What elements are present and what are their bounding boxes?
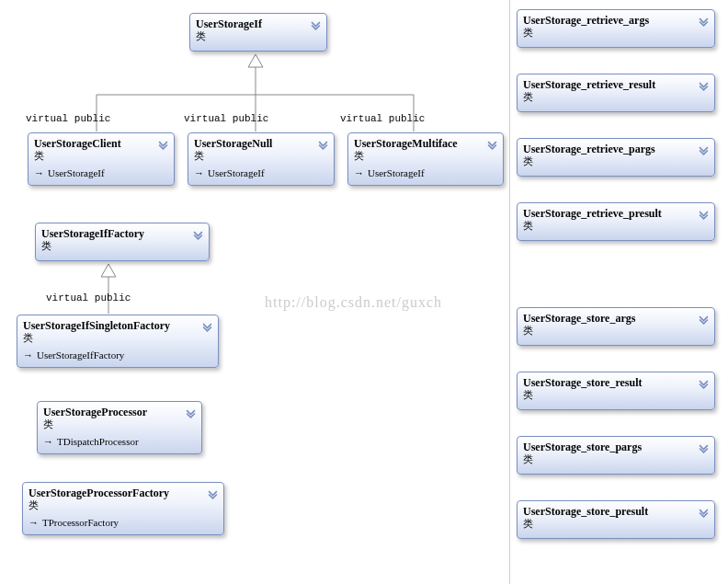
class-store-args[interactable]: UserStorage_store_args 类 (517, 307, 715, 346)
class-title: UserStorageClient (34, 137, 168, 150)
inheritance-label: virtual public (26, 113, 110, 124)
class-stereotype: 类 (523, 518, 709, 530)
class-title: UserStorageNull (194, 137, 328, 150)
vertical-divider (509, 0, 510, 584)
inherit-arrow-icon: → (43, 437, 53, 447)
class-stereotype: 类 (196, 30, 321, 42)
class-userstorageprocessorfactory[interactable]: UserStorageProcessorFactory 类 →TProcesso… (22, 482, 224, 535)
class-stereotype: 类 (194, 150, 328, 162)
class-userstorageprocessor[interactable]: UserStorageProcessor 类 →TDispatchProcess… (37, 401, 202, 454)
class-title: UserStorageIfFactory (41, 227, 203, 240)
class-store-presult[interactable]: UserStorage_store_presult 类 (517, 500, 715, 539)
inherit-arrow-icon: → (34, 168, 44, 178)
class-inherits: →UserStorageIf (194, 167, 328, 178)
class-stereotype: 类 (354, 150, 497, 162)
class-inherits: →UserStorageIf (34, 167, 168, 178)
class-userstorageclient[interactable]: UserStorageClient 类 →UserStorageIf (28, 132, 175, 186)
class-userstorageiffactory[interactable]: UserStorageIfFactory 类 (35, 223, 210, 261)
class-title: UserStorageIf (196, 17, 321, 30)
watermark-text: http://blog.csdn.net/guxch (265, 294, 442, 311)
class-userstorageif[interactable]: UserStorageIf 类 (189, 13, 327, 52)
class-title: UserStorage_store_presult (523, 505, 709, 518)
svg-marker-6 (101, 264, 116, 277)
inherit-arrow-icon: → (194, 168, 204, 178)
class-inherits: →UserStorageIf (354, 167, 497, 178)
class-stereotype: 类 (523, 325, 709, 337)
class-title: UserStorageProcessorFactory (28, 487, 218, 499)
class-store-pargs[interactable]: UserStorage_store_pargs 类 (517, 436, 715, 475)
class-stereotype: 类 (523, 453, 709, 465)
class-inherits: →TDispatchProcessor (43, 436, 196, 447)
class-retrieve-pargs[interactable]: UserStorage_retrieve_pargs 类 (517, 138, 715, 177)
class-inherits: →TProcessorFactory (28, 517, 218, 528)
class-title: UserStorage_retrieve_args (523, 14, 709, 27)
class-title: UserStorage_store_result (523, 376, 709, 389)
svg-marker-0 (248, 54, 263, 67)
inherit-arrow-icon: → (354, 168, 364, 178)
inheritance-label: virtual public (46, 292, 131, 303)
inheritance-label: virtual public (340, 113, 425, 124)
class-userstorageifsingletonfactory[interactable]: UserStorageIfSingletonFactory 类 →UserSto… (17, 315, 219, 368)
diagram-canvas: virtual public virtual public virtual pu… (0, 0, 728, 584)
class-userstoragenull[interactable]: UserStorageNull 类 →UserStorageIf (188, 132, 335, 186)
class-stereotype: 类 (23, 332, 212, 344)
class-store-result[interactable]: UserStorage_store_result 类 (517, 372, 715, 410)
class-stereotype: 类 (34, 150, 168, 162)
class-title: UserStorage_retrieve_pargs (523, 143, 709, 155)
class-userstoragemultiface[interactable]: UserStorageMultiface 类 →UserStorageIf (347, 132, 504, 186)
class-stereotype: 类 (523, 27, 709, 39)
class-stereotype: 类 (41, 240, 203, 252)
class-retrieve-result[interactable]: UserStorage_retrieve_result 类 (517, 74, 715, 112)
class-title: UserStorage_store_pargs (523, 441, 709, 453)
class-stereotype: 类 (43, 418, 196, 430)
class-stereotype: 类 (523, 155, 709, 167)
class-title: UserStorageIfSingletonFactory (23, 319, 212, 332)
class-retrieve-args[interactable]: UserStorage_retrieve_args 类 (517, 9, 715, 48)
inherit-arrow-icon: → (23, 350, 33, 361)
class-stereotype: 类 (523, 389, 709, 401)
class-stereotype: 类 (523, 91, 709, 103)
class-inherits: →UserStorageIfFactory (23, 349, 212, 361)
class-title: UserStorage_store_args (523, 312, 709, 325)
inheritance-label: virtual public (184, 113, 268, 124)
class-title: UserStorage_retrieve_result (523, 78, 709, 91)
class-title: UserStorageMultiface (354, 137, 497, 150)
class-retrieve-presult[interactable]: UserStorage_retrieve_presult 类 (517, 202, 715, 241)
inherit-arrow-icon: → (28, 518, 39, 528)
class-stereotype: 类 (28, 499, 218, 511)
class-title: UserStorage_retrieve_presult (523, 207, 709, 220)
class-title: UserStorageProcessor (43, 406, 196, 418)
class-stereotype: 类 (523, 220, 709, 232)
